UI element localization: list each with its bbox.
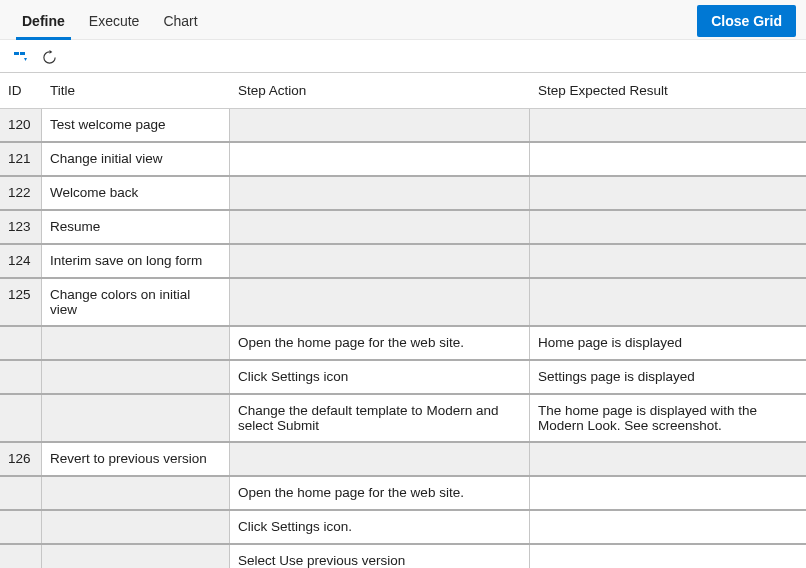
cell-step-action[interactable]: Open the home page for the web site. (230, 477, 530, 509)
table-row[interactable]: Select Use previous version (0, 545, 806, 568)
cell-step-result[interactable] (530, 143, 806, 175)
cell-id (0, 361, 42, 393)
tabs: Define Execute Chart (10, 2, 210, 39)
cell-step-result[interactable] (530, 279, 806, 325)
tab-execute[interactable]: Execute (77, 3, 152, 39)
table-row[interactable]: 122Welcome back (0, 177, 806, 211)
cell-title[interactable] (42, 395, 230, 441)
grid-header: ID Title Step Action Step Expected Resul… (0, 73, 806, 109)
cell-step-result[interactable]: Home page is displayed (530, 327, 806, 359)
grid: ID Title Step Action Step Expected Resul… (0, 72, 806, 568)
cell-step-result[interactable] (530, 211, 806, 243)
cell-id: 120 (0, 109, 42, 141)
cell-step-action[interactable] (230, 245, 530, 277)
cell-id: 121 (0, 143, 42, 175)
cell-step-action[interactable]: Change the default template to Modern an… (230, 395, 530, 441)
refresh-icon[interactable] (40, 48, 58, 66)
cell-step-result[interactable] (530, 545, 806, 568)
cell-step-result[interactable] (530, 511, 806, 543)
grid-body: 120Test welcome page121Change initial vi… (0, 109, 806, 568)
cell-title[interactable]: Change initial view (42, 143, 230, 175)
cell-step-result[interactable] (530, 477, 806, 509)
cell-id: 126 (0, 443, 42, 475)
cell-id: 125 (0, 279, 42, 325)
close-grid-button[interactable]: Close Grid (697, 5, 796, 37)
cell-step-action[interactable] (230, 279, 530, 325)
table-row[interactable]: 123Resume (0, 211, 806, 245)
cell-step-result[interactable] (530, 245, 806, 277)
cell-step-result[interactable] (530, 109, 806, 141)
col-header-action[interactable]: Step Action (230, 73, 530, 108)
cell-step-action[interactable] (230, 143, 530, 175)
table-row[interactable]: 120Test welcome page (0, 109, 806, 143)
table-row[interactable]: Open the home page for the web site. (0, 477, 806, 511)
toolbar (0, 40, 806, 72)
table-row[interactable]: Change the default template to Modern an… (0, 395, 806, 443)
cell-title[interactable] (42, 477, 230, 509)
cell-title[interactable]: Change colors on initial view (42, 279, 230, 325)
cell-step-action[interactable]: Select Use previous version (230, 545, 530, 568)
cell-step-action[interactable]: Click Settings icon. (230, 511, 530, 543)
cell-step-result[interactable] (530, 443, 806, 475)
svg-rect-1 (20, 52, 25, 55)
cell-title[interactable] (42, 327, 230, 359)
tab-define[interactable]: Define (10, 3, 77, 39)
cell-step-result[interactable] (530, 177, 806, 209)
table-row[interactable]: 125Change colors on initial view (0, 279, 806, 327)
cell-title[interactable]: Interim save on long form (42, 245, 230, 277)
cell-id: 123 (0, 211, 42, 243)
cell-step-action[interactable]: Click Settings icon (230, 361, 530, 393)
cell-id (0, 395, 42, 441)
cell-step-action[interactable]: Open the home page for the web site. (230, 327, 530, 359)
cell-step-action[interactable] (230, 211, 530, 243)
table-row[interactable]: 121Change initial view (0, 143, 806, 177)
cell-title[interactable] (42, 361, 230, 393)
table-row[interactable]: Click Settings icon. (0, 511, 806, 545)
cell-id (0, 511, 42, 543)
cell-step-action[interactable] (230, 443, 530, 475)
cell-step-action[interactable] (230, 177, 530, 209)
table-row[interactable]: 124Interim save on long form (0, 245, 806, 279)
cell-id (0, 545, 42, 568)
cell-id: 124 (0, 245, 42, 277)
cell-title[interactable] (42, 545, 230, 568)
cell-id (0, 477, 42, 509)
cell-title[interactable] (42, 511, 230, 543)
header-bar: Define Execute Chart Close Grid (0, 0, 806, 40)
table-row[interactable]: 126Revert to previous version (0, 443, 806, 477)
cell-id: 122 (0, 177, 42, 209)
cell-id (0, 327, 42, 359)
table-row[interactable]: Click Settings iconSettings page is disp… (0, 361, 806, 395)
tab-chart[interactable]: Chart (151, 3, 209, 39)
col-header-id[interactable]: ID (0, 73, 42, 108)
cell-title[interactable]: Resume (42, 211, 230, 243)
cell-title[interactable]: Test welcome page (42, 109, 230, 141)
cell-step-result[interactable]: The home page is displayed with the Mode… (530, 395, 806, 441)
svg-rect-0 (14, 52, 19, 55)
cell-title[interactable]: Welcome back (42, 177, 230, 209)
cell-step-result[interactable]: Settings page is displayed (530, 361, 806, 393)
col-header-title[interactable]: Title (42, 73, 230, 108)
cell-title[interactable]: Revert to previous version (42, 443, 230, 475)
col-header-result[interactable]: Step Expected Result (530, 73, 806, 108)
cell-step-action[interactable] (230, 109, 530, 141)
table-row[interactable]: Open the home page for the web site.Home… (0, 327, 806, 361)
column-options-icon[interactable] (12, 48, 30, 66)
